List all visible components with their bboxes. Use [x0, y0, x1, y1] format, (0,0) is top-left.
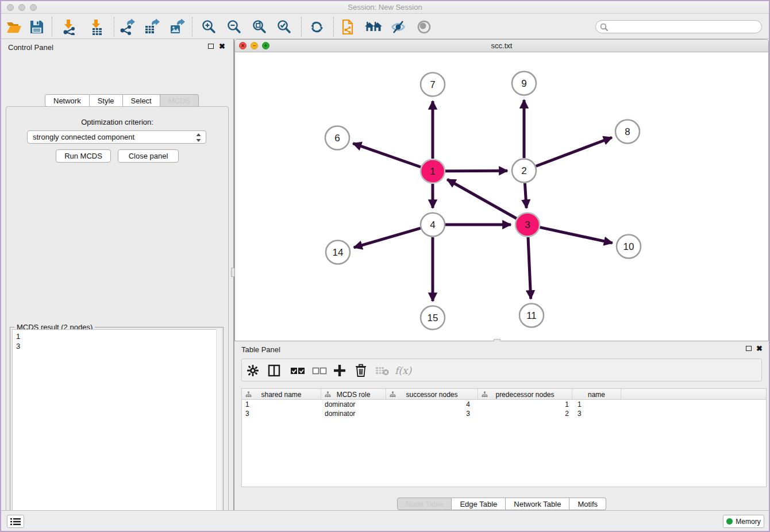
zoom-out-icon[interactable] [225, 18, 244, 36]
hide-panel-eye-icon[interactable] [389, 18, 407, 36]
optimization-criterion-label: Optimization criterion: [6, 118, 228, 126]
gear-icon[interactable] [247, 363, 259, 378]
graph-node-label-14: 14 [333, 247, 344, 258]
home-icon[interactable] [364, 18, 383, 36]
toolbar-separator [301, 17, 302, 37]
sort-icon [325, 391, 331, 398]
add-column-icon[interactable] [333, 363, 346, 378]
delete-icon[interactable] [355, 363, 367, 378]
graph-node-label-3: 3 [525, 219, 530, 230]
graph-edge-4-14[interactable] [354, 228, 421, 248]
tab-motifs[interactable]: Motifs [569, 498, 606, 510]
float-table-panel-icon[interactable] [746, 346, 752, 351]
tab-select[interactable]: Select [123, 94, 160, 107]
graph-edge-2-8[interactable] [536, 137, 612, 166]
export-image-icon[interactable] [168, 18, 186, 36]
float-panel-icon[interactable] [208, 44, 214, 49]
zoom-selected-icon[interactable] [275, 18, 294, 36]
table-panel-title: Table Panel [241, 345, 280, 354]
control-panel-title: Control Panel [8, 43, 53, 52]
main-toolbar [1, 14, 769, 39]
table-panel: Table Panel ✖ f(x) [234, 341, 769, 512]
node-table: shared name MCDS role successor nodes pr… [241, 388, 767, 487]
graph-edge-3-10[interactable] [540, 228, 613, 243]
table-cell[interactable]: 1 [478, 400, 572, 409]
network-window: × – + scc.txt 1234678910111415 [234, 39, 769, 341]
column-header-shared-name[interactable]: shared name [242, 389, 321, 400]
tab-network[interactable]: Network [45, 94, 90, 107]
graph-node-label-4: 4 [430, 219, 435, 230]
app-window: Session: New Session [0, 0, 770, 532]
open-file-icon[interactable] [5, 18, 23, 36]
memory-label: Memory [736, 518, 760, 526]
graph-edge-1-2[interactable] [445, 171, 507, 171]
control-panel-tabs: Network Style Select MCDS [45, 94, 199, 107]
table-cell[interactable]: 1 [242, 400, 321, 409]
table-cell[interactable]: 4 [386, 400, 478, 409]
table-toolbar: f(x) [241, 358, 762, 381]
close-table-panel-icon[interactable]: ✖ [756, 344, 763, 353]
node-table-header: shared name MCDS role successor nodes pr… [242, 389, 766, 400]
column-header-name[interactable]: name [572, 389, 621, 400]
select-all-checkboxes-icon[interactable] [290, 363, 305, 378]
graph-node-label-2: 2 [521, 165, 526, 176]
tab-node-table[interactable]: Node Table [397, 498, 452, 510]
toolbar-separator [333, 17, 334, 37]
search-input[interactable] [595, 20, 762, 33]
zoom-fit-icon[interactable] [251, 18, 269, 36]
table-cell[interactable]: 3 [572, 409, 621, 418]
import-network-icon[interactable] [60, 18, 78, 36]
table-cell[interactable]: 1 [572, 400, 621, 409]
delete-table-icon [375, 363, 390, 378]
show-eye-icon[interactable] [415, 18, 433, 36]
toolbar-separator [114, 17, 114, 37]
network-title: scc.txt [235, 41, 768, 50]
close-panel-button[interactable]: Close panel [118, 149, 179, 163]
import-table-icon[interactable] [87, 18, 106, 36]
export-network-icon[interactable] [118, 18, 136, 36]
criterion-select[interactable]: strongly connected component [27, 130, 206, 144]
list-icon [10, 518, 21, 526]
graph-edge-3-1[interactable] [447, 179, 517, 218]
table-cell[interactable]: dominator [321, 409, 386, 418]
table-row[interactable]: 1dominator411 [242, 400, 766, 409]
table-cell[interactable]: dominator [321, 400, 386, 409]
memory-button[interactable]: Memory [723, 515, 764, 528]
columns-icon[interactable] [267, 363, 281, 378]
table-cell[interactable]: 3 [386, 409, 478, 418]
zoom-in-icon[interactable] [200, 18, 218, 36]
result-scrollbar[interactable] [216, 329, 221, 532]
close-panel-icon[interactable]: ✖ [219, 42, 225, 51]
titlebar: Session: New Session [1, 1, 769, 14]
column-header-successor-nodes[interactable]: successor nodes [386, 389, 478, 400]
table-cell[interactable]: 3 [242, 409, 321, 418]
tab-style[interactable]: Style [90, 94, 123, 107]
run-mcds-button[interactable]: Run MCDS [56, 149, 111, 163]
criterion-value: strongly connected component [33, 133, 134, 141]
clear-checkboxes-icon[interactable] [312, 363, 327, 378]
save-session-icon[interactable] [28, 18, 46, 36]
column-header-filler [621, 389, 766, 400]
column-header-mcds-role[interactable]: MCDS role [321, 389, 386, 400]
network-from-file-icon[interactable] [339, 18, 357, 36]
graph-node-label-1: 1 [430, 166, 435, 177]
graph-node-label-15: 15 [428, 313, 438, 323]
table-row[interactable]: 3dominator323 [242, 409, 766, 418]
column-header-predecessor-nodes[interactable]: predecessor nodes [478, 389, 572, 400]
tab-mcds[interactable]: MCDS [160, 94, 199, 107]
task-history-button[interactable] [7, 515, 24, 528]
refresh-icon[interactable] [307, 18, 326, 36]
node-table-body: 1dominator4113dominator323 [242, 400, 766, 487]
tab-network-table[interactable]: Network Table [506, 498, 569, 510]
graph-node-label-10: 10 [623, 241, 634, 252]
export-table-icon[interactable] [143, 18, 161, 36]
network-canvas[interactable]: 1234678910111415 [235, 52, 768, 341]
graph-edge-2-3[interactable] [525, 183, 526, 208]
table-cell[interactable]: 2 [478, 409, 572, 418]
graph-edge-3-11[interactable] [528, 237, 531, 299]
tab-edge-table[interactable]: Edge Table [452, 498, 506, 510]
network-window-titlebar: × – + scc.txt [235, 40, 768, 52]
graph-edge-1-6[interactable] [353, 144, 421, 167]
mcds-result-text[interactable]: 1 3 [12, 329, 221, 532]
graph-node-label-11: 11 [526, 310, 537, 321]
